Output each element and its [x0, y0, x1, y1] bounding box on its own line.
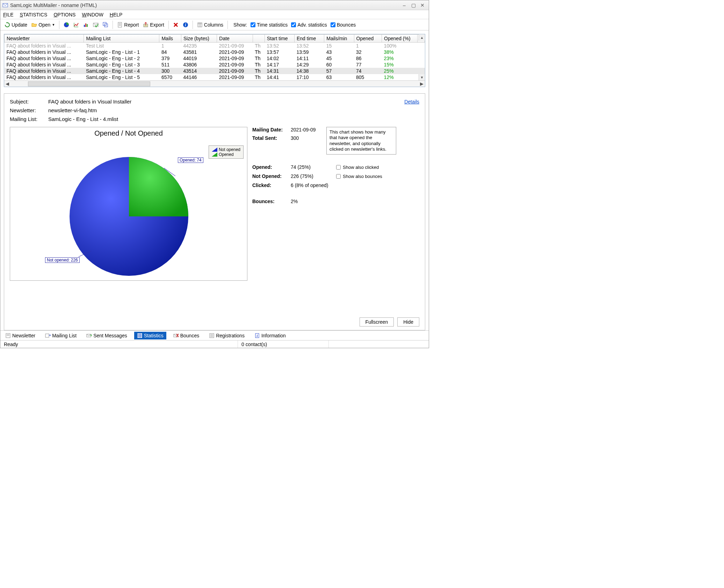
col-date[interactable]: Date [217, 35, 253, 43]
bar-chart-button[interactable] [81, 21, 91, 28]
col-pct[interactable]: Opened (%) [382, 35, 418, 43]
chk-show-bounces[interactable]: Show also bounces [336, 174, 382, 179]
col-size[interactable]: Size (bytes) [181, 35, 217, 43]
delete-button[interactable] [171, 21, 181, 28]
open-button[interactable]: Open ▼ [29, 21, 57, 28]
tab-mailinglist-label: Mailing List [52, 333, 77, 338]
scroll-right-button[interactable]: ▶ [419, 81, 425, 87]
menu-help[interactable]: HELP [110, 12, 123, 17]
label-notopened: Not opened: 226 [45, 257, 80, 263]
menu-window[interactable]: WINDOW [82, 12, 103, 17]
maximize-button[interactable]: ▢ [409, 2, 418, 8]
scroll-thumb[interactable] [28, 81, 150, 86]
tab-information[interactable]: iInformation [252, 332, 289, 339]
col-day[interactable] [253, 35, 265, 43]
svg-rect-2 [84, 25, 85, 27]
horizontal-scrollbar[interactable]: ◀ ▶ [4, 80, 425, 87]
menu-statistics[interactable]: STATISTICS [20, 12, 48, 17]
table-row[interactable]: FAQ about folders in Visual ...SamLogic … [5, 62, 425, 68]
mail-check-icon [93, 22, 99, 28]
chk-adv-statistics[interactable]: Adv. statistics [291, 22, 327, 28]
windows-button[interactable] [101, 21, 110, 28]
table-header-row: Newsletter Mailing List Mails Size (byte… [5, 35, 425, 43]
window-title: SamLogic MultiMailer - noname (HTML) [10, 2, 400, 8]
tab-sent[interactable]: Sent Messages [84, 332, 130, 339]
tab-bounces[interactable]: Bounces [171, 332, 202, 339]
col-rate[interactable]: Mails/min [324, 35, 354, 43]
chk-show-clicked[interactable]: Show also clicked [336, 165, 379, 170]
registrations-icon [209, 333, 215, 338]
hide-button[interactable]: Hide [397, 317, 419, 327]
delete-icon [173, 22, 179, 28]
chart-title: Opened / Not Opened [10, 127, 247, 139]
pie-chart-icon [64, 22, 69, 28]
info-button[interactable]: i [181, 21, 190, 28]
notopened-label: Not Opened: [252, 173, 291, 179]
scroll-up-button[interactable]: ▲ [419, 34, 425, 41]
col-end[interactable]: End time [295, 35, 324, 43]
newsletter-label: Newsletter: [10, 107, 48, 113]
toolbar: Update Open ▼ Report Export i Columns [0, 19, 429, 30]
status-contacts: 0 contact(s) [238, 340, 329, 348]
table-row[interactable]: FAQ about folders in Visual ...SamLogic … [5, 74, 425, 80]
tab-newsletter[interactable]: Newsletter [2, 332, 38, 339]
chart-legend: Not opened Opened [209, 145, 244, 159]
subject-label: Subject: [10, 99, 48, 105]
line-chart-button[interactable] [71, 21, 81, 28]
chk-time-label: Time statistics [257, 22, 288, 28]
table-row[interactable]: FAQ about folders in Visual ...SamLogic … [5, 49, 425, 55]
col-newsletter[interactable]: Newsletter [5, 35, 84, 43]
fullscreen-button[interactable]: Fullscreen [360, 317, 394, 327]
tab-registrations[interactable]: Registrations [206, 332, 247, 339]
tab-statistics-label: Statistics [144, 333, 164, 338]
col-opened[interactable]: Opened [354, 35, 382, 43]
table-container: ▲ Newsletter Mailing List Mails Size (by… [4, 34, 425, 87]
newsletter-value: newsletter-vi-faq.htm [48, 107, 419, 113]
update-button[interactable]: Update [2, 21, 29, 28]
export-button[interactable]: Export [141, 21, 166, 28]
table-row[interactable]: FAQ about folders in Visual ...SamLogic … [5, 68, 425, 74]
status-ready: Ready [0, 340, 238, 348]
columns-button[interactable]: Columns [195, 21, 225, 28]
chk-time-statistics[interactable]: Time statistics [251, 22, 288, 28]
col-mails[interactable]: Mails [159, 35, 181, 43]
info-text: This chart shows how many that have open… [326, 127, 396, 155]
scroll-down-button[interactable]: ▼ [419, 74, 425, 80]
pie-chart-button[interactable] [61, 21, 71, 28]
mail-chart-button[interactable] [91, 21, 101, 28]
minimize-button[interactable]: – [400, 2, 408, 8]
refresh-icon [5, 22, 10, 28]
bounces-icon [173, 333, 179, 338]
chk-adv-label: Adv. statistics [297, 22, 327, 28]
folder-open-icon [31, 22, 37, 28]
detail-box: Subject: FAQ about folders in Visual Ins… [4, 93, 425, 330]
menubar: FILE STATISTICS OPTIONS WINDOW HELP [0, 10, 429, 19]
chk-show-clicked-label: Show also clicked [343, 165, 379, 170]
chk-bounces[interactable]: Bounces [331, 22, 356, 28]
mailing-date-label: Mailing Date: [252, 127, 291, 132]
close-button[interactable]: ✕ [418, 2, 427, 8]
information-icon: i [254, 333, 260, 338]
col-start[interactable]: Start time [265, 35, 294, 43]
menu-file[interactable]: FILE [3, 12, 14, 17]
opened-value: 74 (25%) [291, 164, 336, 170]
dropdown-arrow-icon: ▼ [52, 23, 55, 27]
tab-information-label: Information [261, 333, 286, 338]
col-mailinglist[interactable]: Mailing List [84, 35, 159, 43]
table-row[interactable]: FAQ about folders in Visual ...SamLogic … [5, 55, 425, 62]
table-row[interactable]: FAQ about folders in Visual ...Test List… [5, 43, 425, 49]
content-area: ▲ Newsletter Mailing List Mails Size (by… [0, 30, 429, 330]
opened-label: Opened: [252, 164, 291, 170]
details-link[interactable]: Details [404, 99, 419, 105]
menu-options[interactable]: OPTIONS [53, 12, 75, 17]
scroll-left-button[interactable]: ◀ [4, 81, 10, 87]
export-icon [143, 22, 149, 28]
report-button[interactable]: Report [115, 21, 141, 28]
window: SamLogic MultiMailer - noname (HTML) – ▢… [0, 0, 429, 348]
tab-statistics[interactable]: Statistics [134, 332, 166, 339]
status-bar: Ready 0 contact(s) [0, 340, 429, 348]
show-label: Show: [233, 22, 247, 28]
tab-mailinglist[interactable]: Mailing List [42, 332, 79, 339]
legend-notopened: Not opened [219, 147, 240, 152]
columns-label: Columns [204, 22, 223, 28]
